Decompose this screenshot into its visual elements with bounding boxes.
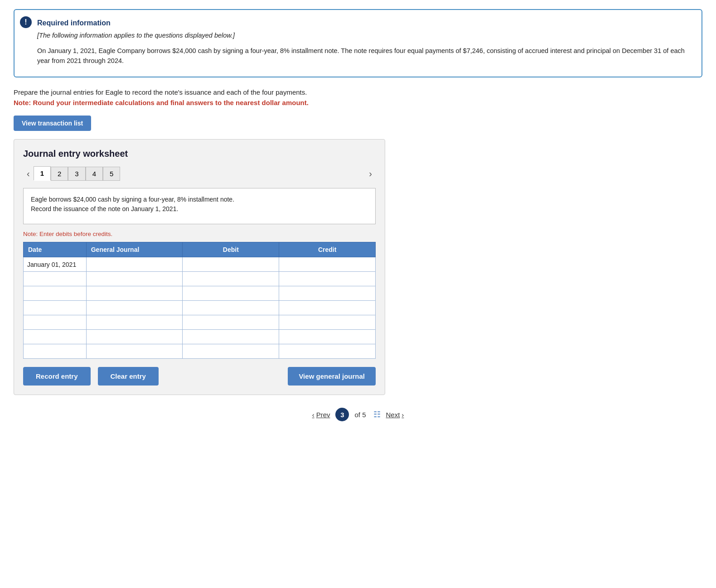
journal-cell-6[interactable] [86, 330, 183, 344]
tab-4[interactable]: 4 [86, 167, 103, 181]
col-date: Date [24, 242, 87, 257]
prev-label[interactable]: Prev [316, 411, 330, 419]
credit-input-3[interactable] [279, 286, 375, 300]
journal-cell-4[interactable] [86, 301, 183, 315]
worksheet-title: Journal entry worksheet [23, 149, 376, 159]
credit-cell-4[interactable] [279, 301, 376, 315]
journal-input-7[interactable] [87, 344, 183, 358]
transaction-description: Eagle borrows $24,000 cash by signing a … [23, 188, 376, 224]
tab-next-arrow[interactable]: › [365, 167, 376, 181]
tab-prev-arrow[interactable]: ‹ [23, 167, 34, 181]
next-button[interactable]: Next › [386, 411, 404, 419]
credit-cell-5[interactable] [279, 315, 376, 330]
tab-1[interactable]: 1 [34, 166, 51, 181]
table-row [24, 301, 376, 315]
record-entry-button[interactable]: Record entry [23, 367, 91, 386]
credit-cell-6[interactable] [279, 330, 376, 344]
table-row [24, 272, 376, 286]
journal-input-1[interactable] [87, 257, 183, 271]
table-row [24, 344, 376, 359]
debit-cell-2[interactable] [183, 272, 279, 286]
description-text: Eagle borrows $24,000 cash by signing a … [31, 196, 234, 212]
debit-cell-5[interactable] [183, 315, 279, 330]
debit-cell-3[interactable] [183, 286, 279, 301]
view-transaction-button[interactable]: View transaction list [14, 116, 91, 131]
credit-input-4[interactable] [279, 301, 375, 315]
of-text: of 5 [354, 411, 366, 419]
date-cell-1: January 01, 2021 [24, 257, 87, 272]
tab-2[interactable]: 2 [51, 167, 68, 181]
col-general-journal: General Journal [86, 242, 183, 257]
info-title: Required information [37, 19, 691, 27]
date-cell-7 [24, 344, 87, 359]
instruction-note: Note: Round your intermediate calculatio… [14, 99, 702, 106]
journal-input-2[interactable] [87, 272, 183, 286]
debit-cell-7[interactable] [183, 344, 279, 359]
table-row [24, 330, 376, 344]
journal-input-3[interactable] [87, 286, 183, 300]
date-cell-4 [24, 301, 87, 315]
date-cell-6 [24, 330, 87, 344]
prev-button[interactable]: ‹ Prev [312, 411, 330, 419]
info-body: On January 1, 2021, Eagle Company borrow… [37, 46, 691, 66]
debit-input-7[interactable] [183, 344, 279, 358]
debit-cell-1[interactable] [183, 257, 279, 272]
debit-input-5[interactable] [183, 315, 279, 329]
date-cell-5 [24, 315, 87, 330]
debit-input-2[interactable] [183, 272, 279, 286]
credit-input-2[interactable] [279, 272, 375, 286]
credit-input-6[interactable] [279, 330, 375, 344]
date-cell-3 [24, 286, 87, 301]
journal-cell-1[interactable] [86, 257, 183, 272]
next-arrow-icon: › [402, 411, 404, 419]
table-row [24, 315, 376, 330]
instruction-main: Prepare the journal entries for Eagle to… [14, 88, 702, 96]
credit-input-5[interactable] [279, 315, 375, 329]
note-debits: Note: Enter debits before credits. [23, 231, 376, 237]
credit-cell-3[interactable] [279, 286, 376, 301]
journal-table: Date General Journal Debit Credit Januar… [23, 242, 376, 359]
credit-cell-7[interactable] [279, 344, 376, 359]
date-cell-2 [24, 272, 87, 286]
journal-cell-2[interactable] [86, 272, 183, 286]
current-page: 3 [335, 408, 349, 421]
tab-3[interactable]: 3 [68, 167, 85, 181]
journal-cell-7[interactable] [86, 344, 183, 359]
worksheet-container: Journal entry worksheet ‹ 1 2 3 4 5 › Ea… [14, 139, 385, 395]
credit-input-7[interactable] [279, 344, 375, 358]
journal-cell-5[interactable] [86, 315, 183, 330]
view-general-journal-button[interactable]: View general journal [288, 367, 376, 386]
journal-input-4[interactable] [87, 301, 183, 315]
credit-cell-1[interactable] [279, 257, 376, 272]
journal-cell-3[interactable] [86, 286, 183, 301]
info-box: ! Required information [The following in… [14, 9, 702, 77]
grid-icon: ☷ [372, 410, 381, 419]
table-row: January 01, 2021 [24, 257, 376, 272]
pagination: ‹ Prev 3 of 5 ☷ Next › [14, 408, 702, 421]
debit-input-4[interactable] [183, 301, 279, 315]
debit-input-1[interactable] [183, 257, 279, 271]
debit-cell-4[interactable] [183, 301, 279, 315]
debit-input-6[interactable] [183, 330, 279, 344]
col-credit: Credit [279, 242, 376, 257]
debit-input-3[interactable] [183, 286, 279, 300]
next-label[interactable]: Next [386, 411, 400, 419]
table-row [24, 286, 376, 301]
journal-input-5[interactable] [87, 315, 183, 329]
credit-input-1[interactable] [279, 257, 375, 271]
journal-input-6[interactable] [87, 330, 183, 344]
bottom-buttons: Record entry Clear entry View general jo… [23, 367, 376, 386]
credit-cell-2[interactable] [279, 272, 376, 286]
exclamation-icon: ! [20, 16, 32, 28]
tab-5[interactable]: 5 [103, 167, 120, 181]
tab-navigation: ‹ 1 2 3 4 5 › [23, 166, 376, 181]
col-debit: Debit [183, 242, 279, 257]
prev-arrow-icon: ‹ [312, 411, 314, 419]
info-subtitle: [The following information applies to th… [37, 31, 691, 41]
clear-entry-button[interactable]: Clear entry [98, 367, 159, 386]
debit-cell-6[interactable] [183, 330, 279, 344]
